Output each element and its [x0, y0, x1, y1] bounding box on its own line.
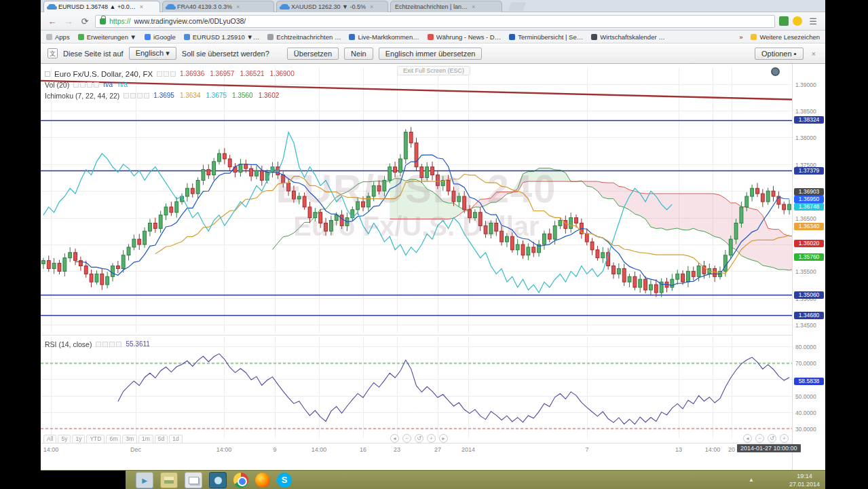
- ohlc-values: 1.369361.369571.365211.36900: [180, 70, 295, 77]
- ichimoku-values: 1.36951.36341.36751.35601.3602: [153, 92, 279, 99]
- other-bookmarks-button[interactable]: Weitere Lesezeichen: [751, 33, 820, 41]
- price-badge-1.38324: 1.38324: [794, 116, 824, 124]
- bookmark-item-1[interactable]: Erweiterungen ▼: [78, 33, 136, 41]
- browser-tab-1[interactable]: FRA40 4139.3 0.3%×: [162, 1, 274, 12]
- always-translate-button[interactable]: Englisch immer übersetzen: [379, 48, 483, 60]
- browser-toolbar: ← → ⟳ https:// www.tradingview.com/e/0DL…: [41, 12, 825, 31]
- range-button-5d[interactable]: 5d: [155, 435, 168, 443]
- tab-close-icon[interactable]: ×: [236, 3, 240, 10]
- rsi-buttons[interactable]: [96, 342, 121, 347]
- blue-app-icon[interactable]: [209, 472, 227, 488]
- bookmark-item-5[interactable]: Live-Marktkommen…: [349, 33, 419, 41]
- range-button-6m[interactable]: 6m: [106, 435, 121, 443]
- bookmark-item-8[interactable]: Wirtschaftskalender …: [591, 33, 665, 41]
- corner-button-2[interactable]: ↺: [768, 434, 776, 443]
- range-button-3m[interactable]: 3m: [122, 435, 137, 443]
- time-axis[interactable]: 14:00Dec14:00914:00162327201471314:0020: [41, 443, 792, 456]
- range-button-1y[interactable]: 1y: [72, 435, 85, 443]
- symbol-title[interactable]: Euro Fx/U.S. Dollar, 240, FX: [54, 70, 153, 78]
- tab-close-icon[interactable]: ×: [472, 3, 475, 10]
- nav-button-3[interactable]: +: [427, 434, 436, 443]
- image-viewer-icon[interactable]: [185, 472, 202, 488]
- ichimoku-buttons[interactable]: [124, 93, 149, 98]
- bookmark-item-6[interactable]: Währung - News - D…: [428, 33, 502, 41]
- indicator-value: 1.3675: [206, 92, 227, 99]
- price-badge-1.34680: 1.34680: [794, 312, 824, 319]
- rsi-values: 55.3611: [126, 340, 149, 348]
- reload-icon[interactable]: ⟳: [79, 16, 91, 26]
- tray-expand-icon[interactable]: ▲: [749, 477, 754, 483]
- bookmarks-overflow-icon[interactable]: »: [739, 33, 742, 41]
- range-button-All[interactable]: All: [43, 435, 56, 443]
- skype-icon[interactable]: S: [277, 473, 292, 488]
- range-button-1d[interactable]: 1d: [169, 435, 182, 443]
- legend-buttons[interactable]: [157, 71, 176, 77]
- tab-close-icon[interactable]: ×: [140, 3, 143, 10]
- url-scheme: https://: [109, 17, 131, 25]
- firefox-icon[interactable]: [255, 473, 270, 488]
- photos-icon[interactable]: [160, 472, 178, 488]
- nav-button-0[interactable]: ◂: [390, 434, 399, 443]
- price-badge-1.36020: 1.36020: [794, 240, 824, 247]
- rsi-indicator-title[interactable]: RSI (14, close): [45, 340, 92, 348]
- language-select-button[interactable]: Englisch ▾: [129, 47, 176, 60]
- infobar-close-icon[interactable]: ×: [809, 50, 818, 58]
- price-axis[interactable]: 1.390001.385001.380001.375001.370001.365…: [792, 64, 825, 470]
- tab-close-icon[interactable]: ×: [370, 3, 373, 10]
- vol-buttons[interactable]: [73, 82, 99, 88]
- back-icon[interactable]: ←: [46, 16, 58, 26]
- vol-values: n/an/a: [103, 81, 128, 88]
- nav-button-1[interactable]: −: [402, 434, 411, 443]
- ichimoku-indicator-title[interactable]: Ichimoku (7, 22, 44, 22): [45, 92, 119, 100]
- bookmark-item-2[interactable]: iGoogle: [145, 33, 176, 41]
- browser-tab-3[interactable]: Echtzeitnachrichten | lan…×: [390, 1, 502, 12]
- taskbar-clock[interactable]: 19:14 27.01.2014: [789, 472, 820, 488]
- cloud-sync-icon: [48, 4, 56, 10]
- rsi-tick: 40.0000: [795, 410, 816, 416]
- vol-indicator-title[interactable]: Vol (20): [45, 81, 69, 89]
- price-tick: 1.39000: [795, 82, 816, 88]
- chart-area[interactable]: EUR/USD, 240 Euro Fx/U.S. Dollar Exit Fu…: [41, 64, 825, 470]
- chrome-menu-icon[interactable]: ☰: [806, 16, 820, 26]
- indicator-value: 1.3602: [259, 92, 280, 99]
- corner-button-1[interactable]: −: [755, 434, 764, 443]
- time-label-23: 23: [394, 446, 400, 453]
- clock-time: 19:14: [789, 472, 820, 480]
- corner-button-3[interactable]: +: [780, 434, 789, 443]
- bookmark-item-0[interactable]: Apps: [46, 33, 70, 41]
- tradingview-logo-icon[interactable]: [771, 67, 780, 76]
- address-bar[interactable]: https:// www.tradingview.com/e/0DLyuO38/: [95, 15, 775, 28]
- range-button-YTD[interactable]: YTD: [86, 435, 105, 443]
- rsi-legend: RSI (14, close) 55.3611: [45, 340, 150, 350]
- https-lock-icon[interactable]: [100, 18, 106, 24]
- corner-button-0[interactable]: ◂: [743, 434, 752, 443]
- nav-button-4[interactable]: ▸: [439, 434, 448, 443]
- browser-tab-0[interactable]: EURUSD 1.36748 ▲ +0.0…×: [43, 1, 160, 12]
- time-label-20: 20: [728, 446, 735, 453]
- taskbar-masked-area: [41, 471, 126, 489]
- no-translate-button[interactable]: Nein: [344, 48, 373, 60]
- bookmark-favicon: [591, 34, 597, 40]
- rsi-badge: 58.5838: [794, 378, 824, 385]
- nav-button-2[interactable]: ↺: [415, 434, 423, 443]
- bookmark-item-4[interactable]: Echtzeitnachrichten …: [267, 33, 341, 41]
- range-button-5y[interactable]: 5y: [58, 435, 71, 443]
- translate-button[interactable]: Übersetzen: [287, 48, 339, 60]
- tab-title: EURUSD 1.36748 ▲ +0.0…: [58, 3, 136, 10]
- media-player-icon[interactable]: [136, 472, 153, 488]
- forward-icon[interactable]: →: [62, 16, 75, 26]
- bookmark-item-7[interactable]: Terminübersicht | Se…: [509, 33, 583, 41]
- time-label-9: 9: [273, 446, 276, 453]
- extension-icon-green[interactable]: [779, 16, 789, 26]
- chrome-icon[interactable]: [233, 473, 248, 488]
- bookmark-star-icon[interactable]: [793, 16, 802, 26]
- symbol-checkbox[interactable]: [45, 71, 50, 77]
- price-chart-canvas[interactable]: [41, 64, 825, 470]
- indicator-value: 1.3560: [232, 92, 253, 99]
- options-button[interactable]: Optionen ▪: [755, 48, 804, 60]
- range-button-1m[interactable]: 1m: [138, 435, 153, 443]
- exit-fullscreen-badge[interactable]: Exit Full Screen (ESC): [397, 66, 470, 75]
- browser-tab-2[interactable]: XAUUSD 1262.30 ▼ -0.5%×: [276, 1, 388, 12]
- bookmark-item-3[interactable]: EURUSD 1.25910 ▼…: [184, 33, 260, 41]
- new-tab-button[interactable]: [508, 2, 527, 11]
